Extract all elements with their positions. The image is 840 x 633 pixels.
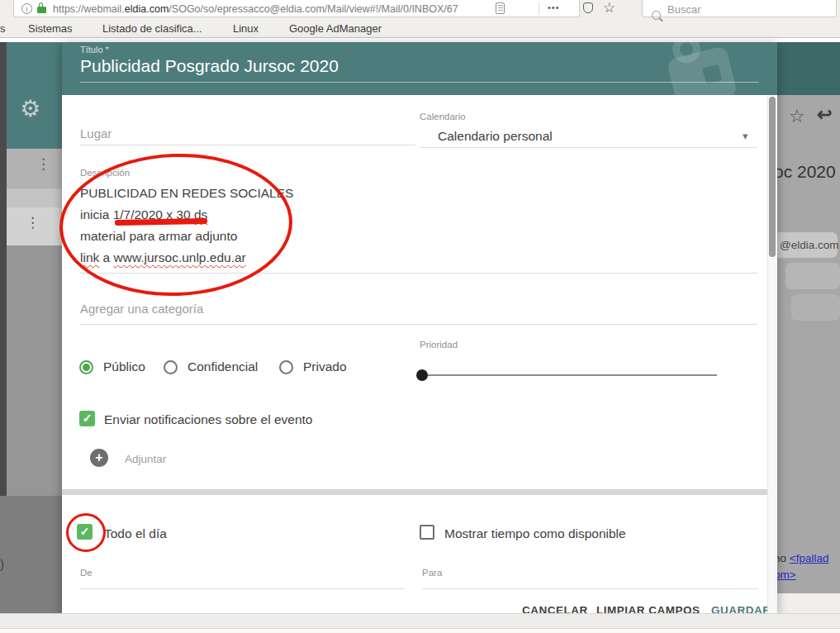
bookmark-listado[interactable]: Listado de clasifica... (102, 22, 202, 35)
bookmark-fragment[interactable]: s (0, 22, 6, 35)
email-link[interactable]: <fpallad (790, 552, 829, 564)
radio-privado-label[interactable]: Privado (303, 359, 347, 374)
bookmark-star-icon[interactable]: ☆ (603, 0, 615, 17)
notificaciones-checkbox[interactable]: ✓ (79, 411, 95, 426)
backdrop-area (0, 496, 64, 613)
kebab-menu-icon[interactable]: ⋮ (36, 155, 50, 173)
categoria-underline (80, 324, 757, 325)
radio-confidencial-label[interactable]: Confidencial (187, 359, 258, 374)
radio-publico-label[interactable]: Público (103, 359, 145, 374)
mostrar-tiempo-label[interactable]: Mostrar tiempo como disponible (444, 526, 626, 541)
mailview-header (777, 42, 840, 95)
search-icon (652, 11, 661, 20)
calendario-label: Calendario (420, 112, 466, 121)
backdrop-area (0, 245, 64, 496)
card-gap (62, 489, 777, 495)
chevron-down-icon[interactable]: ▾ (743, 130, 748, 142)
title-field-label: Título * (80, 45, 109, 55)
categoria-input[interactable]: Agregar una categoría (80, 302, 203, 316)
calendario-select[interactable]: Calendario personal (438, 129, 553, 144)
mail-subject-fragment: oc 2020 (774, 162, 836, 182)
calendario-underline (420, 147, 757, 148)
urlbar-divider (539, 2, 539, 15)
adjuntar-label[interactable]: Adjuntar (125, 453, 166, 465)
prioridad-slider-thumb[interactable] (416, 369, 428, 381)
para-label: Para (422, 568, 442, 578)
recipient-chip[interactable] (785, 263, 840, 289)
bottom-band-inner (0, 628, 840, 633)
reader-mode-icon[interactable] (496, 2, 505, 14)
backdrop-row (0, 188, 64, 208)
backdrop-row (7, 149, 64, 188)
backdrop-dark-strip (0, 42, 7, 496)
mailview-footer (777, 593, 840, 613)
gear-icon[interactable]: ⚙ (20, 95, 40, 122)
recipient-chip[interactable] (791, 294, 840, 321)
pocket-shield-icon[interactable] (583, 2, 593, 13)
adjuntar-plus-icon[interactable]: + (90, 449, 108, 467)
dialog-scrollbar-thumb[interactable] (769, 97, 776, 257)
reply-icon[interactable]: ↩ (817, 104, 832, 126)
annotation-circle-todo-el-dia (66, 513, 106, 552)
lugar-underline (80, 145, 415, 145)
bookmark-sistemas[interactable]: Sistemas (28, 22, 72, 35)
backdrop-text-fragment: ) (0, 557, 4, 571)
de-underline (80, 588, 404, 589)
bookmark-linux[interactable]: Linux (233, 22, 259, 35)
title-underline (80, 82, 759, 83)
notificaciones-label[interactable]: Enviar notificaciones sobre el evento (104, 412, 312, 427)
sender-chip-text: @eldia.com (780, 239, 838, 251)
mail-body-fragment: no <fpallad (774, 552, 828, 564)
prioridad-label: Prioridad (420, 340, 458, 350)
url-text[interactable]: https://webmail.eldia.com/SOGo/so/epress… (53, 3, 491, 15)
mostrar-tiempo-checkbox[interactable] (420, 525, 434, 540)
event-dialog-footer-card: ✓ Todo el día Mostrar tiempo como dispon… (62, 495, 777, 613)
page-actions-icon[interactable]: ••• (548, 2, 560, 12)
kebab-menu-icon[interactable]: ⋮ (26, 214, 40, 231)
https-lock-icon[interactable] (37, 7, 46, 13)
todo-el-dia-label[interactable]: Todo el día (104, 526, 167, 541)
de-label: De (80, 568, 93, 578)
event-title-input[interactable]: Publicidad Posgrado Jursoc 2020 (80, 56, 339, 76)
page-info-icon[interactable]: i (21, 3, 32, 14)
bottom-band (0, 613, 840, 633)
radio-confidencial[interactable] (164, 360, 178, 374)
bookmark-admanager[interactable]: Google AdManager (289, 22, 382, 35)
mail-star-icon[interactable]: ☆ (789, 106, 805, 127)
search-placeholder: Buscar (667, 3, 700, 16)
radio-publico[interactable] (79, 360, 93, 374)
lock-watermark-icon (667, 45, 738, 95)
para-underline (422, 588, 757, 589)
prioridad-slider-track[interactable] (417, 374, 717, 376)
radio-privado[interactable] (279, 360, 293, 374)
lugar-input[interactable]: Lugar (80, 126, 112, 140)
screenshot-root: i https://webmail.eldia.com/SOGo/so/epre… (0, 0, 840, 633)
event-dialog-header: Título * Publicidad Posgrado Jursoc 2020 (62, 42, 777, 95)
